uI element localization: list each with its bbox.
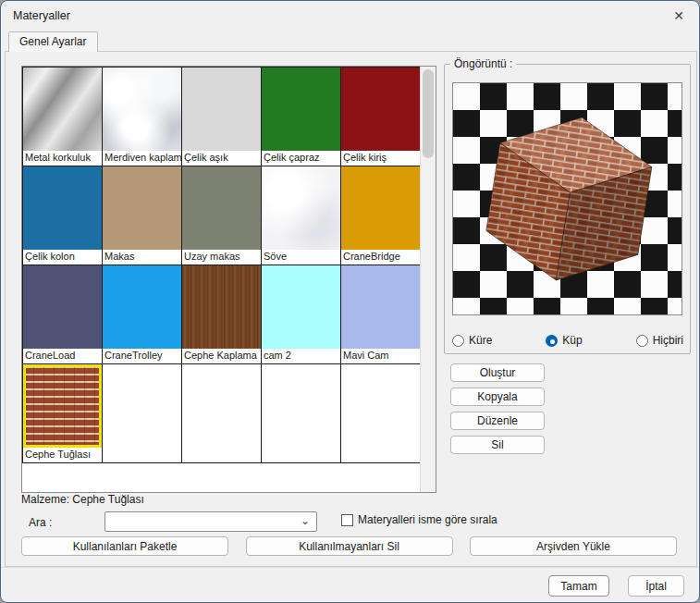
- tab-genel-ayarlar[interactable]: Genel Ayarlar: [8, 31, 98, 52]
- material-cell[interactable]: cam 2: [262, 265, 341, 364]
- material-name: Söve: [262, 250, 340, 265]
- material-name: Uzay makas: [182, 250, 261, 265]
- material-swatch[interactable]: [103, 166, 181, 250]
- material-name: Makas: [103, 250, 181, 265]
- material-cell-empty: [341, 364, 421, 463]
- sort-checkbox-label: Materyalleri isme göre sırala: [358, 513, 497, 526]
- material-name: Çelik kiriş: [341, 151, 420, 166]
- material-swatch[interactable]: [103, 265, 181, 349]
- button-düzenle[interactable]: Düzenle: [450, 412, 545, 430]
- material-name: Çelik çapraz: [262, 151, 340, 166]
- window-title: Materyaller: [13, 9, 70, 22]
- material-swatch[interactable]: [23, 265, 102, 349]
- button-sil[interactable]: Sil: [450, 436, 545, 454]
- sort-checkbox-row[interactable]: Materyalleri isme göre sırala: [341, 513, 497, 526]
- material-cell-empty: [262, 364, 341, 463]
- material-name: Merdiven kaplamı: [103, 151, 181, 166]
- material-swatch[interactable]: [341, 265, 420, 349]
- preview-viewport[interactable]: [452, 82, 682, 315]
- selected-material-info: Malzeme: Cephe Tuğlası: [21, 493, 144, 506]
- radio-label: Hiçbiri: [653, 334, 683, 347]
- material-swatch[interactable]: [262, 265, 340, 349]
- material-cell[interactable]: Makas: [103, 166, 182, 265]
- material-swatch[interactable]: [103, 68, 181, 151]
- chevron-down-icon[interactable]: ⌄: [301, 514, 310, 527]
- material-name: CraneTrolley: [103, 349, 181, 363]
- material-swatch[interactable]: [182, 265, 261, 349]
- button-kopyala[interactable]: Kopyala: [450, 388, 545, 406]
- materials-scrollbar[interactable]: [420, 67, 436, 492]
- material-swatch[interactable]: [341, 68, 420, 151]
- search-label: Ara :: [29, 516, 52, 529]
- material-cell[interactable]: Söve: [262, 166, 341, 265]
- button-arşivden-yükle[interactable]: Arşivden Yükle: [470, 536, 677, 556]
- material-name: Cephe Tuğlası: [23, 448, 102, 462]
- material-swatch[interactable]: [262, 166, 340, 250]
- radio-hiçbiri[interactable]: Hiçbiri: [636, 334, 683, 347]
- radio-dot: [452, 335, 464, 347]
- side-buttons: OluşturKopyalaDüzenleSil: [450, 363, 545, 454]
- preview-options: KüreKüpHiçbiri: [452, 334, 683, 347]
- material-name: Mavi Cam: [341, 349, 420, 363]
- material-cell[interactable]: Çelik çapraz: [262, 68, 341, 166]
- material-name: cam 2: [262, 349, 340, 363]
- material-cell-empty: [103, 364, 182, 463]
- title-bar: Materyaller ✕: [1, 1, 699, 31]
- material-swatch[interactable]: [182, 68, 261, 151]
- material-cell[interactable]: Uzay makas: [182, 166, 262, 265]
- material-swatch[interactable]: [23, 364, 102, 448]
- preview-group-label: Öngörüntü :: [450, 57, 516, 70]
- materials-dialog: Materyaller ✕ Genel Ayarlar Metal korkul…: [0, 0, 700, 603]
- material-cell[interactable]: Çelik aşık: [182, 68, 262, 166]
- material-swatch[interactable]: [262, 68, 340, 151]
- button-oluştur[interactable]: Oluştur: [450, 363, 545, 382]
- materials-cells: Metal korkulukMerdiven kaplamıÇelik aşık…: [22, 67, 421, 463]
- material-name: CraneBridge: [341, 250, 420, 265]
- material-name: Cephe Kaplama: [182, 349, 261, 363]
- radio-küp[interactable]: Küp: [546, 334, 582, 347]
- material-swatch[interactable]: [23, 68, 102, 151]
- brick-cube-preview: [464, 96, 673, 305]
- material-name: Metal korkuluk: [23, 151, 102, 166]
- material-swatch[interactable]: [182, 166, 261, 250]
- material-swatch[interactable]: [341, 166, 420, 250]
- material-name: CraneLoad: [23, 349, 102, 363]
- radio-dot: [546, 335, 558, 347]
- material-name: Çelik kolon: [23, 250, 102, 265]
- sort-checkbox[interactable]: [341, 514, 353, 526]
- material-cell[interactable]: Merdiven kaplamı: [103, 68, 182, 166]
- material-swatch[interactable]: [23, 166, 102, 250]
- material-cell-empty: [182, 364, 262, 463]
- radio-label: Küp: [562, 334, 582, 347]
- footer-separator: [1, 567, 699, 568]
- bottom-buttons: Kullanılanları PaketleKullanılmayanları …: [21, 536, 677, 556]
- radio-label: Küre: [469, 334, 492, 347]
- close-icon[interactable]: ✕: [669, 6, 689, 25]
- radio-dot: [636, 335, 648, 347]
- material-cell[interactable]: Çelik kolon: [23, 166, 103, 265]
- material-cell[interactable]: Cephe Tuğlası: [23, 364, 103, 463]
- materials-list: Metal korkulukMerdiven kaplamıÇelik aşık…: [21, 66, 436, 493]
- material-cell[interactable]: CraneBridge: [341, 166, 421, 265]
- button-kullanılanları-paketle[interactable]: Kullanılanları Paketle: [21, 536, 228, 556]
- material-cell[interactable]: CraneLoad: [23, 265, 103, 364]
- material-cell[interactable]: Mavi Cam: [341, 265, 421, 364]
- material-cell[interactable]: CraneTrolley: [103, 265, 182, 364]
- material-name: Çelik aşık: [182, 151, 261, 166]
- search-combobox[interactable]: ⌄: [104, 511, 317, 532]
- material-cell[interactable]: Metal korkuluk: [23, 68, 103, 166]
- button-kullanılmayanları-sil[interactable]: Kullanılmayanları Sil: [246, 536, 453, 556]
- material-cell[interactable]: Çelik kiriş: [341, 68, 421, 166]
- material-cell[interactable]: Cephe Kaplama: [182, 265, 262, 364]
- radio-küre[interactable]: Küre: [452, 334, 492, 347]
- footer-buttons: Tamamİptal: [548, 575, 684, 597]
- button-i-ptal[interactable]: İptal: [628, 575, 684, 597]
- scrollbar-thumb[interactable]: [423, 69, 434, 158]
- button-tamam[interactable]: Tamam: [548, 575, 609, 597]
